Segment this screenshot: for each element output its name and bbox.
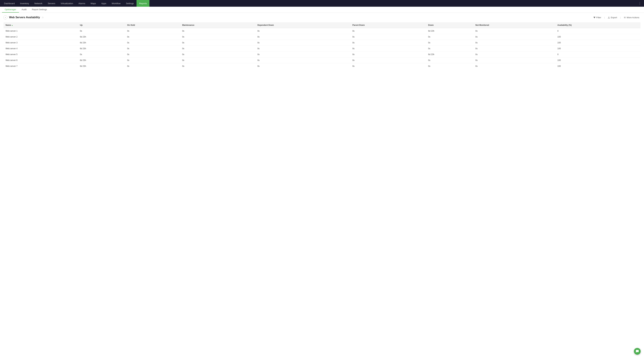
table-body: Web server 10s0s0s0s0s6d 23h0s0Web serve…: [4, 28, 641, 69]
nav-item-inventory[interactable]: Inventory: [18, 0, 32, 7]
table-row: Web server 10s0s0s0s0s6d 23h0s0: [4, 28, 641, 34]
cell-on_hold: 0s: [125, 34, 180, 40]
separator-1: |: [604, 16, 605, 19]
cell-not_monitored: 0s: [474, 40, 556, 46]
table-row: Web server 66d 23h0s0s0s0s0s0s100: [4, 57, 641, 63]
cell-maintenance: 0s: [180, 63, 256, 69]
nav-item-alarms[interactable]: Alarms: [76, 0, 88, 7]
cell-up: 6d 23h: [78, 57, 125, 63]
col-header-not_monitored: Not Monitored: [474, 22, 556, 28]
cell-name: Web server 3: [4, 40, 78, 46]
cell-up: 6d 23h: [78, 63, 125, 69]
table-header: Name▲UpOn HoldMaintenanceDependent DownP…: [4, 22, 641, 28]
cell-on_hold: 0s: [125, 46, 180, 52]
cell-on_hold: 0s: [125, 57, 180, 63]
col-header-name[interactable]: Name▲: [4, 22, 78, 28]
more-actions-label: More Actions: [627, 16, 639, 19]
cell-maintenance: 0s: [180, 46, 256, 52]
nav-more-button[interactable]: ⋮: [637, 1, 643, 5]
cell-dependent_down: 0s: [256, 46, 350, 52]
cell-not_monitored: 0s: [474, 63, 556, 69]
cell-not_monitored: 0s: [474, 57, 556, 63]
page-title-area: ‹ Web Servers Availability ☆: [3, 15, 44, 19]
more-actions-button[interactable]: More Actions: [622, 15, 641, 19]
cell-maintenance: 0s: [180, 28, 256, 34]
cell-up: 0s: [78, 28, 125, 34]
cell-name: Web server 4: [4, 46, 78, 52]
cell-parent_down: 0s: [350, 34, 426, 40]
table-row: Web server 50s0s0s0s0s6d 23h0s0: [4, 52, 641, 57]
cell-dependent_down: 0s: [256, 40, 350, 46]
sub-nav-item-report-settings[interactable]: Report Settings: [29, 7, 50, 12]
filter-icon: [593, 16, 596, 18]
cell-availability: 0: [556, 52, 641, 57]
nav-item-settings[interactable]: Settings: [123, 0, 136, 7]
cell-down: 6d 23h: [426, 52, 474, 57]
cell-name: Web server 2: [4, 34, 78, 40]
nav-item-maps[interactable]: Maps: [88, 0, 98, 7]
cell-name: Web server 6: [4, 57, 78, 63]
cell-on_hold: 0s: [125, 28, 180, 34]
cell-not_monitored: 0s: [474, 52, 556, 57]
nav-item-network[interactable]: Network: [32, 0, 45, 7]
nav-item-apps[interactable]: Apps: [98, 0, 109, 7]
cell-dependent_down: 0s: [256, 28, 350, 34]
cell-dependent_down: 0s: [256, 34, 350, 40]
separator-2: |: [619, 16, 621, 19]
table-row: Web server 46d 23h0s0s0s0s0s0s100: [4, 46, 641, 52]
cell-dependent_down: 0s: [256, 63, 350, 69]
cell-availability: 100: [556, 40, 641, 46]
cell-up: 0s: [78, 52, 125, 57]
cell-availability: 100: [556, 57, 641, 63]
col-header-maintenance: Maintenance: [180, 22, 256, 28]
export-icon: [608, 16, 610, 18]
col-header-availability: Availability (%): [556, 22, 641, 28]
col-header-on_hold: On Hold: [125, 22, 180, 28]
table-row: Web server 36d 23h0s0s0s0s0s0s100: [4, 40, 641, 46]
cell-down: 0s: [426, 46, 474, 52]
table-row: Web server 26d 23h0s0s0s0s0s0s100: [4, 34, 641, 40]
back-button[interactable]: ‹: [3, 15, 8, 19]
cell-parent_down: 0s: [350, 57, 426, 63]
col-header-down: Down: [426, 22, 474, 28]
cell-down: 0s: [426, 34, 474, 40]
page-title: Web Servers Availability: [9, 16, 40, 19]
sub-navigation: OpManagerAuditReport Settings: [0, 7, 644, 13]
col-header-parent_down: Parent Down: [350, 22, 426, 28]
table-header-row: Name▲UpOn HoldMaintenanceDependent DownP…: [4, 22, 641, 28]
page-content: ‹ Web Servers Availability ☆ Filter | Ex…: [0, 13, 644, 72]
cell-parent_down: 0s: [350, 63, 426, 69]
cell-maintenance: 0s: [180, 34, 256, 40]
cell-name: Web server 1: [4, 28, 78, 34]
cell-on_hold: 0s: [125, 63, 180, 69]
nav-item-virtualization[interactable]: Virtualization: [58, 0, 76, 7]
cell-parent_down: 0s: [350, 28, 426, 34]
cell-maintenance: 0s: [180, 57, 256, 63]
availability-table: Name▲UpOn HoldMaintenanceDependent DownP…: [3, 22, 641, 69]
col-header-up: Up: [78, 22, 125, 28]
nav-item-dashboard[interactable]: Dashboard: [1, 0, 18, 7]
cell-parent_down: 0s: [350, 46, 426, 52]
cell-maintenance: 0s: [180, 52, 256, 57]
cell-parent_down: 0s: [350, 40, 426, 46]
cell-availability: 100: [556, 46, 641, 52]
nav-item-servers[interactable]: Servers: [45, 0, 58, 7]
sub-nav-item-opmanager[interactable]: OpManager: [2, 7, 19, 12]
page-actions: Filter | Export | More Actions: [592, 15, 641, 19]
nav-item-reports[interactable]: Reports: [136, 0, 150, 7]
cell-parent_down: 0s: [350, 52, 426, 57]
col-header-dependent_down: Dependent Down: [256, 22, 350, 28]
cell-up: 6d 23h: [78, 40, 125, 46]
cell-on_hold: 0s: [125, 52, 180, 57]
export-label: Export: [611, 16, 617, 19]
filter-button[interactable]: Filter: [592, 15, 602, 19]
favorite-star-icon[interactable]: ☆: [42, 16, 44, 19]
cell-availability: 100: [556, 34, 641, 40]
cell-name: Web server 7: [4, 63, 78, 69]
export-button[interactable]: Export: [606, 15, 618, 19]
nav-item-workflow[interactable]: Workflow: [109, 0, 123, 7]
sub-nav-item-audit[interactable]: Audit: [19, 7, 29, 12]
cell-up: 6d 23h: [78, 46, 125, 52]
cell-maintenance: 0s: [180, 40, 256, 46]
cell-up: 6d 23h: [78, 34, 125, 40]
